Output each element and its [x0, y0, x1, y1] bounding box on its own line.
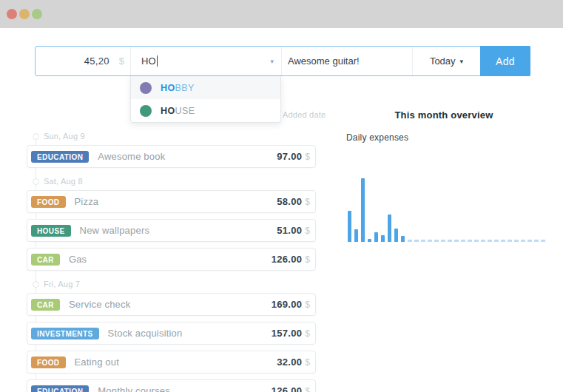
- chart-bar: [374, 232, 378, 242]
- chart-bar: [368, 239, 371, 242]
- description-value[interactable]: Awesome guitar!: [288, 55, 360, 67]
- date-value[interactable]: Today: [430, 55, 456, 67]
- date-header: Fri, Aug 7: [27, 280, 316, 288]
- category-badge: CAR: [31, 299, 60, 311]
- currency-symbol: $: [305, 254, 310, 265]
- chart-bar: [388, 214, 391, 242]
- new-expense-form: 45,20 $ HO ▾ Awesome guitar! Today ▾ Add: [35, 46, 530, 76]
- expense-amount: 58.00: [277, 196, 302, 207]
- maximize-window-icon[interactable]: [32, 9, 42, 19]
- expense-amount: 32.00: [277, 356, 302, 368]
- expense-amount: 126.00: [272, 254, 303, 265]
- chart-empty-day-dash: [494, 240, 499, 242]
- expense-amount: 51.00: [277, 225, 302, 236]
- category-badge: INVESTMENTS: [31, 328, 99, 339]
- date-header: Sat, Aug 8: [27, 177, 316, 186]
- dropdown-item-label: HOBBY: [161, 83, 195, 93]
- chevron-down-icon[interactable]: ▾: [270, 58, 274, 65]
- currency-symbol: $: [305, 357, 310, 368]
- date-select[interactable]: Today ▾: [413, 47, 480, 75]
- chart-bar: [354, 229, 358, 242]
- currency-symbol: $: [305, 386, 310, 392]
- chart-empty-day-dash: [468, 240, 472, 242]
- expense-description: Service check: [69, 299, 131, 310]
- expense-row[interactable]: CARGas126.00$: [27, 248, 316, 271]
- dropdown-item-label: HOUSE: [161, 106, 195, 116]
- expense-row[interactable]: CARService check169.00$: [27, 293, 316, 316]
- chart-label: Daily expenses: [346, 132, 408, 143]
- timeline-dot-icon: [33, 133, 39, 140]
- chart-bar: [394, 229, 398, 242]
- chart-empty-day-dash: [434, 240, 439, 242]
- dropdown-item-hobby[interactable]: HOBBY: [131, 76, 280, 99]
- add-button[interactable]: Add: [480, 46, 530, 76]
- category-badge: FOOD: [31, 356, 66, 368]
- timeline-dot-icon: [33, 178, 39, 185]
- category-dropdown: HOBBY HOUSE: [130, 76, 281, 123]
- text-cursor: [157, 55, 158, 67]
- chart-empty-day-dash: [501, 240, 505, 242]
- chart-empty-day-dash: [488, 240, 492, 242]
- chart-empty-day-dash: [461, 240, 465, 242]
- currency-symbol: $: [305, 226, 310, 236]
- category-badge: CAR: [31, 254, 60, 266]
- currency-symbol: $: [305, 197, 310, 207]
- chart-empty-day-dash: [541, 240, 545, 242]
- date-label: Sun, Aug 9: [44, 132, 85, 141]
- chart-bar: [361, 178, 365, 242]
- category-badge: EDUCATION: [31, 151, 89, 163]
- currency-symbol: $: [305, 152, 310, 162]
- date-header: Sun, Aug 9: [27, 132, 316, 141]
- chart-bar: [401, 236, 405, 242]
- expense-row[interactable]: FOODEating out32.00$: [27, 351, 316, 374]
- expense-amount: 97.00: [277, 151, 302, 162]
- chart-empty-day-dash: [408, 240, 412, 242]
- expense-description: Monthly courses: [98, 385, 170, 392]
- date-label: Sat, Aug 8: [44, 177, 83, 186]
- description-field[interactable]: Awesome guitar!: [282, 47, 413, 75]
- expense-row[interactable]: EDUCATIONMonthly courses126.00$: [27, 379, 316, 392]
- chart-bar: [381, 235, 385, 242]
- amount-value[interactable]: 45,20: [43, 55, 109, 67]
- expense-amount: 126.00: [272, 385, 303, 392]
- expense-row[interactable]: INVESTMENTSStock acquisition157.00$: [27, 322, 316, 345]
- chevron-down-icon: ▾: [460, 58, 464, 65]
- chart-empty-day-dash: [441, 240, 445, 242]
- expense-description: Stock acquisition: [108, 328, 183, 339]
- chart-empty-day-dash: [448, 240, 452, 242]
- chart-empty-day-dash: [527, 240, 532, 242]
- currency-symbol: $: [305, 300, 310, 310]
- app-window: 45,20 $ HO ▾ Awesome guitar! Today ▾ Add…: [0, 0, 563, 392]
- chart-empty-day-dash: [474, 240, 479, 242]
- chart-empty-day-dash: [508, 240, 512, 242]
- expense-description: New wallpapers: [80, 225, 150, 236]
- dropdown-item-house[interactable]: HOUSE: [131, 99, 280, 122]
- amount-field[interactable]: 45,20 $: [36, 47, 131, 75]
- minimize-window-icon[interactable]: [19, 9, 30, 19]
- chart-empty-day-dash: [421, 240, 425, 242]
- close-window-icon[interactable]: [7, 9, 17, 19]
- chart-empty-day-dash: [481, 240, 485, 242]
- added-date-column-header: Added date: [283, 110, 326, 119]
- overview-title: This month overview: [337, 109, 551, 121]
- category-value[interactable]: HO: [141, 55, 156, 67]
- expense-row[interactable]: FOODPizza58.00$: [27, 190, 316, 213]
- category-badge: FOOD: [31, 196, 66, 208]
- chart-empty-day-dash: [414, 240, 419, 242]
- chart-empty-day-dash: [428, 240, 432, 242]
- expense-description: Eating out: [75, 356, 120, 368]
- chart-bar: [348, 211, 351, 242]
- currency-symbol: $: [305, 328, 310, 339]
- category-color-icon: [140, 82, 152, 94]
- category-field[interactable]: HO ▾: [131, 47, 282, 75]
- expense-description: Pizza: [75, 196, 99, 207]
- category-color-icon: [140, 105, 152, 117]
- window-titlebar: [0, 0, 563, 28]
- expense-row[interactable]: EDUCATIONAwesome book97.00$: [27, 145, 316, 168]
- daily-expenses-chart: [348, 178, 552, 242]
- chart-empty-day-dash: [534, 240, 539, 242]
- chart-empty-day-dash: [454, 240, 459, 242]
- expense-row[interactable]: HOUSENew wallpapers51.00$: [27, 219, 316, 242]
- expense-amount: 157.00: [272, 328, 303, 339]
- expense-description: Gas: [69, 254, 87, 265]
